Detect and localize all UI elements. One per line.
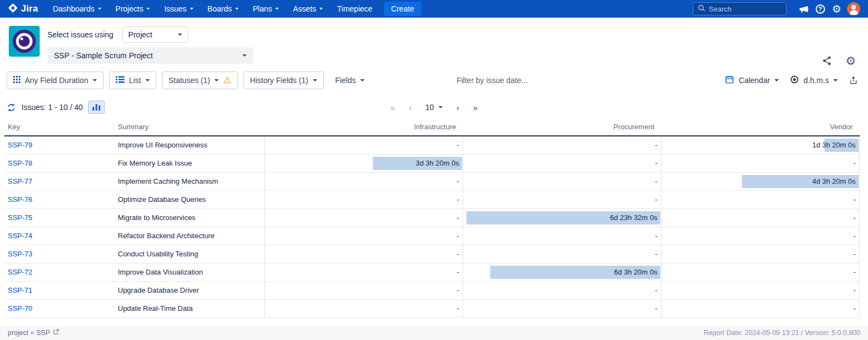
calendar-view-button[interactable]: Calendar	[725, 75, 779, 86]
jira-logo-text: Jira	[21, 3, 38, 14]
nav-item-issues[interactable]: Issues	[157, 0, 200, 18]
issue-key-link[interactable]: SSP-79	[8, 141, 32, 149]
issue-summary: Refactor Backend Architecture	[115, 227, 264, 245]
duration-cell-vendor: -	[661, 227, 859, 245]
issue-key-link[interactable]: SSP-72	[8, 268, 32, 276]
settings-gear-icon[interactable]: ⚙	[828, 1, 845, 17]
issue-key-link[interactable]: SSP-76	[8, 195, 32, 204]
issue-key-link[interactable]: SSP-75	[8, 213, 32, 222]
duration-cell-procurement: -	[463, 172, 661, 190]
nav-item-projects[interactable]: Projects	[109, 0, 158, 18]
duration-cell-procurement: -	[463, 136, 661, 154]
column-header-summary[interactable]: Summary	[115, 120, 264, 136]
help-icon[interactable]: ?	[812, 1, 828, 17]
project-select[interactable]: SSP - Sample Scrum Project	[47, 47, 253, 64]
time-format-button[interactable]: d.h.m.s	[790, 75, 838, 86]
megaphone-icon[interactable]	[795, 1, 812, 17]
column-header-vendor[interactable]: Vendor	[661, 120, 859, 136]
issue-key-link[interactable]: SSP-73	[8, 250, 32, 258]
report-toolbar: Any Field Duration List Statuses (1) ⚠ H…	[0, 70, 868, 90]
jira-home-link[interactable]: Jira	[4, 3, 46, 15]
duration-cell-procurement: -	[463, 154, 661, 172]
issue-summary: Implement Caching Mechanism	[115, 172, 264, 190]
duration-cell-vendor: -	[661, 299, 859, 317]
history-fields-button[interactable]: History Fields (1)	[243, 72, 324, 89]
first-page-button[interactable]: «	[390, 103, 395, 112]
duration-cell-infrastructure: -	[264, 190, 463, 209]
external-link-icon	[53, 329, 59, 337]
issue-date-filter-input[interactable]	[457, 76, 572, 85]
issue-key-link[interactable]: SSP-70	[8, 304, 32, 312]
duration-cell-infrastructure: -	[264, 172, 463, 190]
chevron-down-icon	[235, 8, 238, 10]
grid-icon	[13, 76, 20, 85]
chevron-down-icon	[190, 8, 193, 10]
nav-item-dashboards[interactable]: Dashboards	[46, 0, 109, 18]
fields-button[interactable]: Fields	[329, 72, 371, 89]
duration-cell-vendor: -	[661, 281, 859, 299]
issue-key-link[interactable]: SSP-74	[8, 232, 32, 240]
issue-summary: Conduct Usability Testing	[115, 245, 264, 263]
jql-query-link[interactable]: project = SSP	[8, 329, 59, 337]
view-mode-button[interactable]: List	[109, 72, 156, 89]
issue-key-link[interactable]: SSP-77	[8, 177, 32, 185]
prev-page-button[interactable]: ‹	[409, 103, 411, 112]
chevron-down-icon	[360, 79, 365, 81]
jira-logo-icon	[8, 3, 18, 15]
issue-row: SSP-79 Improve UI Responsiveness - - 1d …	[4, 136, 859, 154]
issue-summary: Upgrade Database Driver	[115, 281, 264, 299]
chevron-down-icon	[147, 8, 150, 10]
select-issues-label: Select issues using	[47, 30, 113, 39]
duration-cell-procurement: -	[463, 281, 661, 299]
column-header-key[interactable]: Key	[4, 120, 115, 136]
duration-cell-vendor: -	[661, 245, 859, 263]
search-input[interactable]	[709, 5, 775, 13]
user-avatar[interactable]	[847, 2, 860, 15]
duration-cell-infrastructure: -	[264, 299, 463, 317]
report-settings-gear-icon[interactable]: ⚙	[845, 55, 856, 67]
chevron-down-icon	[214, 79, 219, 81]
list-icon	[116, 76, 124, 85]
refresh-icon[interactable]	[7, 103, 16, 112]
chevron-down-icon	[833, 79, 838, 81]
export-icon[interactable]	[849, 76, 858, 85]
chevron-down-icon	[319, 8, 323, 10]
statuses-button[interactable]: Statuses (1) ⚠	[162, 72, 238, 89]
nav-item-plans[interactable]: Plans	[246, 0, 286, 18]
duration-cell-vendor: -	[661, 154, 859, 172]
next-page-button[interactable]: ›	[457, 103, 459, 112]
report-header: Select issues using Project SSP - Sample…	[0, 18, 868, 69]
issue-summary: Optimize Database Queries	[115, 190, 264, 209]
top-nav: Jira Dashboards Projects Issues Boards P…	[0, 0, 868, 18]
duration-cell-procurement: 6d 3h 20m 0s	[463, 263, 661, 281]
nav-item-timepiece[interactable]: Timepiece	[330, 0, 379, 18]
duration-cell-vendor: -	[661, 263, 859, 281]
issue-key-link[interactable]: SSP-71	[8, 286, 32, 294]
issue-summary: Fix Memory Leak Issue	[115, 154, 264, 172]
search-icon	[698, 4, 705, 13]
last-page-button[interactable]: »	[473, 103, 478, 112]
duration-cell-vendor: -	[661, 209, 859, 227]
column-header-infrastructure[interactable]: Infrastructure	[264, 120, 463, 136]
issue-row: SSP-72 Improve Data Visualization - 6d 3…	[4, 263, 859, 281]
duration-cell-procurement: -	[463, 245, 661, 263]
create-button[interactable]: Create	[384, 2, 421, 16]
chevron-down-icon	[98, 8, 101, 10]
nav-item-boards[interactable]: Boards	[200, 0, 246, 18]
pagination-row: Issues: 1 - 10 / 40 « ‹ 10 › »	[0, 98, 868, 117]
issue-source-select[interactable]: Project	[122, 26, 188, 43]
share-icon[interactable]	[822, 56, 832, 66]
issues-count-label: Issues: 1 - 10 / 40	[21, 103, 83, 112]
chevron-down-icon	[774, 79, 779, 81]
issue-row: SSP-70 Update Real-Time Data - - -	[4, 299, 859, 317]
nav-search[interactable]	[693, 2, 786, 15]
nav-item-assets[interactable]: Assets	[286, 0, 330, 18]
pager: « ‹ 10 › »	[390, 103, 478, 112]
issue-key-link[interactable]: SSP-78	[8, 159, 32, 167]
duration-field-button[interactable]: Any Field Duration	[7, 72, 104, 89]
column-header-procurement[interactable]: Procurement	[463, 120, 661, 136]
chevron-down-icon	[313, 79, 317, 81]
chart-toggle-button[interactable]	[88, 101, 105, 114]
page-size-select[interactable]: 10	[425, 103, 443, 112]
duration-cell-infrastructure: -	[264, 227, 463, 245]
